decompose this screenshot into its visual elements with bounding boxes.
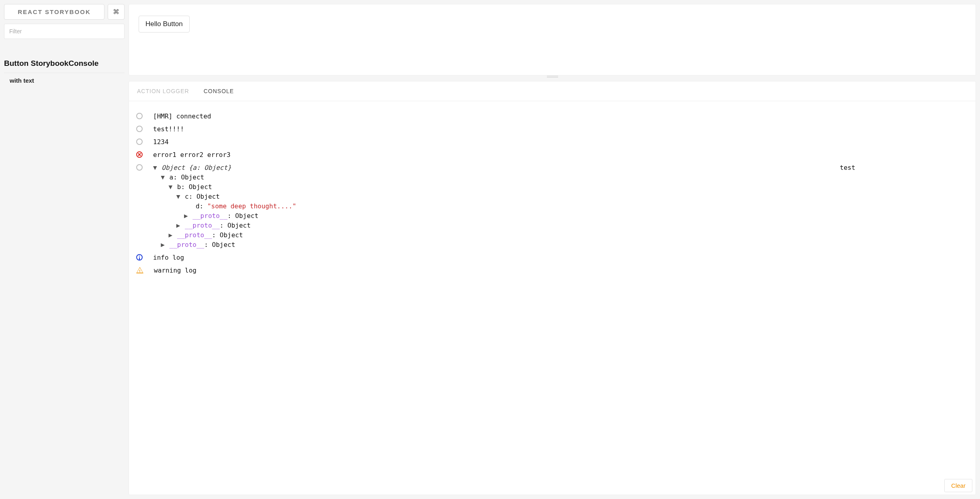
clear-button[interactable]: Clear [944,479,972,492]
object-tree[interactable]: ▼ Object {a: Object} ▼ a: Object ▼ b: Ob… [153,163,829,250]
object-tree-line[interactable]: ▼ b: Object [153,182,829,192]
resize-handle[interactable] [547,76,558,78]
log-row: test!!!! [136,124,968,134]
log-extra: test [840,163,968,173]
panel-tabs: ACTION LOGGER CONSOLE [129,81,976,101]
tab-action-logger[interactable]: ACTION LOGGER [137,88,189,94]
log-message: 1234 [153,137,968,147]
object-tree-line[interactable]: ▼ a: Object [153,173,829,182]
filter-input[interactable] [4,24,125,39]
addons-panel: ACTION LOGGER CONSOLE [HMR] connected te… [129,81,976,495]
log-message: warning log [154,266,968,275]
info-icon [136,254,143,261]
object-tree-line[interactable]: d: "some deep thought...." [153,202,829,211]
log-icon [136,164,143,171]
log-row-warn: warning log [136,266,968,275]
log-message: error1 error2 error3 [153,150,968,160]
warning-icon [136,267,143,273]
log-row-info: info log [136,253,968,263]
story-group-title[interactable]: Button StorybookConsole [4,59,125,73]
object-tree-line[interactable]: ▶ __proto__: Object [153,240,829,250]
log-message: test!!!! [153,124,968,134]
object-tree-line[interactable]: ▼ c: Object [153,192,829,202]
log-row-error: error1 error2 error3 [136,150,968,160]
object-tree-line[interactable]: ▶ __proto__: Object [153,221,829,230]
sidebar-header: REACT STORYBOOK ⌘ [4,4,125,20]
log-icon [136,113,143,119]
log-row-object: ▼ Object {a: Object} ▼ a: Object ▼ b: Ob… [136,163,968,250]
main-area: Hello Button ACTION LOGGER CONSOLE [HMR]… [129,0,980,499]
story-item-with-text[interactable]: with text [4,73,125,88]
console-body: [HMR] connected test!!!! 1234 error1 err… [129,101,976,495]
log-icon [136,126,143,132]
hello-button[interactable]: Hello Button [139,16,190,33]
shortcuts-button[interactable]: ⌘ [108,4,125,20]
log-message: [HMR] connected [153,112,968,121]
log-icon [136,138,143,145]
story-group: Button StorybookConsole with text [4,59,125,88]
object-tree-line[interactable]: ▶ __proto__: Object [153,211,829,221]
preview-pane: Hello Button [129,4,976,75]
log-row: 1234 [136,137,968,147]
tab-console[interactable]: CONSOLE [204,88,234,94]
app-root: REACT STORYBOOK ⌘ Button StorybookConsol… [0,0,980,499]
log-message: info log [153,253,968,263]
object-tree-line[interactable]: ▼ Object {a: Object} [153,163,829,173]
object-tree-line[interactable]: ▶ __proto__: Object [153,230,829,240]
brand-button[interactable]: REACT STORYBOOK [4,4,104,20]
error-icon [136,151,143,158]
sidebar: REACT STORYBOOK ⌘ Button StorybookConsol… [0,0,129,499]
log-row: [HMR] connected [136,112,968,121]
